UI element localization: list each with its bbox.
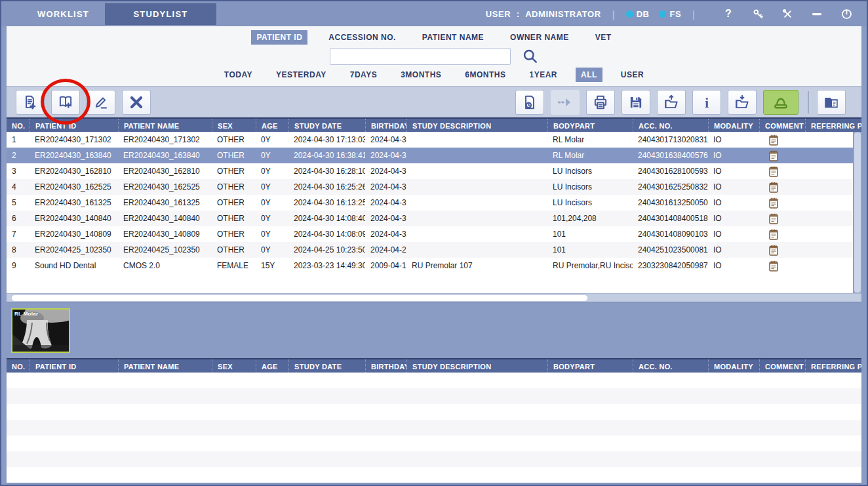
column-header-acc-no[interactable]: ACC. NO. (633, 359, 708, 373)
column-header-bodypart[interactable]: BODYPART (547, 119, 633, 132)
study-row-9[interactable]: 9Sound HD DentalCMOS 2.0FEMALE15Y2023-03… (7, 258, 853, 273)
power-icon[interactable] (839, 8, 854, 20)
cell-modality: IO (708, 163, 759, 179)
studylist-table-body: 1ER20240430_171302ER20240430_171302OTHER… (7, 132, 861, 293)
comment-icon[interactable] (769, 150, 778, 161)
cell-acc-no: 2404301613250050 (633, 195, 708, 211)
search-field-tab-owner-name[interactable]: OWNER NAME (505, 30, 574, 45)
cell-acc-no: 2404301408090103 (633, 226, 708, 242)
delete-study-button[interactable] (122, 90, 151, 115)
report-button[interactable] (515, 90, 544, 115)
column-header-comment[interactable]: COMMENT (759, 359, 805, 373)
key-icon[interactable] (751, 8, 765, 20)
search-field-tab-vet[interactable]: VET (590, 30, 617, 45)
help-icon[interactable]: ? (721, 8, 736, 20)
comment-icon[interactable] (769, 182, 778, 193)
search-field-tab-patient-name[interactable]: PATIENT NAME (417, 30, 489, 45)
column-header-patient-id[interactable]: PATIENT ID (30, 119, 118, 132)
column-header-patient-name[interactable]: PATIENT NAME (118, 359, 212, 373)
study-row-6[interactable]: 6ER20240430_140840ER20240430_140840OTHER… (7, 211, 853, 226)
new-book-button[interactable] (51, 90, 80, 115)
column-header-modality[interactable]: MODALITY (708, 119, 759, 132)
burn-button[interactable] (817, 90, 846, 115)
column-header-no[interactable]: NO. (7, 119, 30, 132)
db-status-dot (626, 10, 633, 18)
date-filter-tab-7days[interactable]: 7DAYS (345, 68, 382, 82)
comment-icon[interactable] (769, 245, 778, 256)
column-header-age[interactable]: AGE (256, 359, 288, 373)
minimize-icon[interactable] (810, 8, 824, 20)
vertical-scrollbar-thumb[interactable] (854, 132, 861, 293)
horizontal-scrollbar[interactable] (7, 293, 861, 302)
column-header-modality[interactable]: MODALITY (708, 359, 759, 373)
cell-acc-no: 2404301638400576 (633, 148, 708, 163)
column-header-sex[interactable]: SEX (212, 119, 256, 132)
date-filter-tab-user[interactable]: USER (616, 68, 649, 82)
search-field-tab-patient-id[interactable]: PATIENT ID (251, 30, 307, 45)
column-header-acc-no[interactable]: ACC. NO. (633, 119, 708, 132)
column-header-patient-name[interactable]: PATIENT NAME (118, 119, 212, 132)
study-row-3[interactable]: 3ER20240430_162810ER20240430_162810OTHER… (7, 163, 853, 179)
cell-birthday: 2024-04-30 (365, 195, 406, 211)
import-button[interactable] (728, 90, 757, 115)
comment-icon[interactable] (769, 213, 778, 224)
study-row-5[interactable]: 5ER20240430_161325ER20240430_161325OTHER… (7, 195, 853, 211)
new-study-button[interactable] (16, 90, 45, 115)
send-button[interactable] (551, 90, 580, 115)
db-status-label: DB (637, 9, 650, 19)
column-header-study-date[interactable]: STUDY DATE (288, 119, 365, 132)
save-button[interactable] (621, 90, 650, 115)
date-filter-tab-6months[interactable]: 6MONTHS (460, 68, 511, 82)
column-header-age[interactable]: AGE (256, 119, 288, 132)
tab-worklist[interactable]: WORKLIST (37, 9, 89, 19)
edit-study-button[interactable] (87, 90, 115, 115)
column-header-referring-physician[interactable]: REFERRING P (805, 359, 861, 373)
cell-referring-physician (805, 163, 853, 179)
column-header-study-description[interactable]: STUDY DESCRIPTION (406, 119, 547, 132)
comment-icon[interactable] (769, 134, 778, 146)
date-filter-tab-1year[interactable]: 1YEAR (524, 68, 563, 82)
column-header-comment[interactable]: COMMENT (759, 119, 805, 132)
column-header-study-description[interactable]: STUDY DESCRIPTION (406, 359, 547, 373)
study-row-1[interactable]: 1ER20240430_171302ER20240430_171302OTHER… (7, 132, 853, 148)
cell-comment (759, 195, 805, 211)
vertical-scrollbar[interactable] (853, 132, 861, 293)
study-row-7[interactable]: 7ER20240430_140809ER20240430_140809OTHER… (7, 226, 853, 242)
study-row-2[interactable]: 2ER20240430_163840ER20240430_163840OTHER… (7, 148, 853, 163)
export-button[interactable] (657, 90, 686, 115)
comment-icon[interactable] (769, 229, 778, 240)
comment-icon[interactable] (769, 166, 778, 177)
column-header-sex[interactable]: SEX (212, 359, 256, 373)
study-row-8[interactable]: 8ER20240425_102350ER20240425_102350OTHER… (7, 242, 853, 258)
print-button[interactable] (586, 90, 615, 115)
cell-no: 5 (7, 195, 30, 211)
column-header-bodypart[interactable]: BODYPART (547, 359, 633, 373)
date-filter-tab-yesterday[interactable]: YESTERDAY (271, 68, 332, 82)
column-header-referring-physician[interactable]: REFERRING P (805, 119, 861, 132)
cell-referring-physician (805, 226, 853, 242)
search-field-tab-accession-no[interactable]: ACCESSION NO. (323, 30, 401, 45)
tab-studylist[interactable]: STUDYLIST (105, 3, 216, 25)
date-filter-tab-today[interactable]: TODAY (219, 68, 258, 82)
column-header-patient-id[interactable]: PATIENT ID (30, 359, 118, 373)
column-header-birthday[interactable]: BIRTHDAY (365, 119, 406, 132)
column-header-birthday[interactable]: BIRTHDAY (365, 359, 406, 373)
cell-comment (759, 226, 805, 242)
info-button[interactable]: i (692, 90, 721, 115)
search-input[interactable] (330, 48, 511, 65)
horizontal-scrollbar-thumb[interactable] (12, 295, 587, 301)
fs-status-dot (659, 10, 666, 18)
cell-acc-no: 2404301628100593 (633, 163, 708, 179)
tools-icon[interactable] (780, 8, 795, 20)
column-header-no[interactable]: NO. (7, 359, 30, 373)
date-filter-tab-all[interactable]: ALL (576, 68, 602, 82)
alarm-button[interactable] (763, 90, 799, 115)
comment-icon[interactable] (769, 260, 778, 272)
comment-icon[interactable] (769, 197, 778, 209)
date-filter-tab-3months[interactable]: 3MONTHS (395, 68, 446, 82)
search-icon[interactable] (521, 47, 539, 65)
study-row-4[interactable]: 4ER20240430_162525ER20240430_162525OTHER… (7, 179, 853, 195)
study-thumbnail[interactable]: RL Molar (11, 308, 70, 353)
cell-comment (759, 258, 805, 273)
column-header-study-date[interactable]: STUDY DATE (288, 359, 365, 373)
